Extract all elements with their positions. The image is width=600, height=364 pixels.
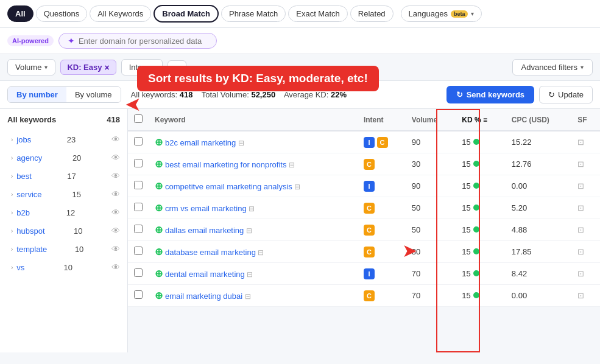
sf-cell[interactable]: ⊡ xyxy=(571,131,600,153)
row-checkbox-0[interactable] xyxy=(134,137,143,145)
volume-filter-button[interactable]: Volume ▾ xyxy=(7,59,55,75)
ai-domain-input[interactable] xyxy=(79,37,208,46)
eye-template-icon[interactable]: 👁 xyxy=(111,244,120,254)
extra-filter-button[interactable]: ▾ xyxy=(168,60,186,74)
tab-questions[interactable]: Questions xyxy=(36,5,88,22)
add-keyword-icon[interactable]: ⊕ xyxy=(155,203,163,213)
sf-link-icon[interactable]: ⊡ xyxy=(577,247,584,256)
add-keyword-icon[interactable]: ⊕ xyxy=(155,290,163,301)
stats-all-keywords-label: All keywords: xyxy=(131,90,178,99)
keyword-cell[interactable]: ⊕email marketing dubai ⊟ xyxy=(149,285,358,307)
sf-cell[interactable]: ⊡ xyxy=(571,175,600,197)
sidebar-item-template[interactable]: › template 10 👁 xyxy=(0,240,127,258)
sf-link-icon[interactable]: ⊡ xyxy=(577,225,584,234)
sidebar-item-vs[interactable]: › vs 10 👁 xyxy=(0,258,127,276)
add-keyword-icon[interactable]: ⊕ xyxy=(155,159,163,169)
keyword-cell[interactable]: ⊕dallas email marketing ⊟ xyxy=(149,219,358,241)
sidebar-item-agency[interactable]: › agency 20 👁 xyxy=(0,149,127,167)
eye-vs-icon[interactable]: 👁 xyxy=(111,262,120,272)
keyword-link-icon[interactable]: ⊟ xyxy=(258,248,264,257)
tab-phrase-match[interactable]: Phrase Match xyxy=(221,5,286,22)
sf-link-icon[interactable]: ⊡ xyxy=(577,138,584,147)
sidebar-agency-count: 20 xyxy=(72,153,81,163)
tab-exact-match[interactable]: Exact Match xyxy=(288,5,348,22)
row-checkbox-7[interactable] xyxy=(134,290,143,299)
th-keyword: Keyword xyxy=(149,109,358,131)
th-checkbox xyxy=(128,109,149,131)
keyword-cell[interactable]: ⊕dental email marketing ⊟ xyxy=(149,263,358,285)
tab-broad-match[interactable]: Broad Match xyxy=(154,5,219,23)
intent-badge-C: C xyxy=(364,247,375,257)
sf-link-icon[interactable]: ⊡ xyxy=(577,291,584,300)
sf-link-icon[interactable]: ⊡ xyxy=(577,203,584,212)
sidebar-chevron-hubspot: › xyxy=(11,228,13,234)
row-checkbox-3[interactable] xyxy=(134,203,143,211)
row-checkbox-4[interactable] xyxy=(134,225,143,233)
eye-b2b-icon[interactable]: 👁 xyxy=(111,208,120,217)
intent-badge-C: C xyxy=(364,290,375,301)
language-dropdown[interactable]: Languages beta ▾ xyxy=(401,5,482,22)
tab-related[interactable]: Related xyxy=(350,5,394,22)
tab-all[interactable]: All xyxy=(7,5,34,22)
table-row: ⊕crm vs email marketing ⊟C 50155.20⊡ xyxy=(128,197,600,219)
keyword-cell[interactable]: ⊕database email marketing ⊟ xyxy=(149,241,358,263)
keyword-link-icon[interactable]: ⊟ xyxy=(294,183,300,191)
row-checkbox-6[interactable] xyxy=(134,268,143,277)
cpc-cell: 5.20 xyxy=(506,197,571,219)
ai-domain-input-wrap[interactable]: ✦ xyxy=(58,33,217,49)
eye-service-icon[interactable]: 👁 xyxy=(111,189,120,199)
sf-cell[interactable]: ⊡ xyxy=(571,263,600,285)
sf-cell[interactable]: ⊡ xyxy=(571,219,600,241)
eye-agency-icon[interactable]: 👁 xyxy=(111,153,120,163)
th-kd[interactable]: KD % ≡ xyxy=(456,109,506,131)
advanced-filters-button[interactable]: Advanced filters ▾ xyxy=(512,59,593,75)
intent-filter-button[interactable]: Inte... ▾ xyxy=(121,59,163,75)
eye-jobs-icon[interactable]: 👁 xyxy=(111,135,120,144)
keyword-link-icon[interactable]: ⊟ xyxy=(238,139,244,147)
send-keywords-button[interactable]: ↻ Send keywords xyxy=(446,86,534,103)
row-checkbox-2[interactable] xyxy=(134,181,143,189)
sidebar-item-hubspot[interactable]: › hubspot 10 👁 xyxy=(0,222,127,240)
keyword-link-icon[interactable]: ⊟ xyxy=(249,205,255,213)
sidebar-item-jobs[interactable]: › jobs 23 👁 xyxy=(0,130,127,149)
keyword-cell[interactable]: ⊕crm vs email marketing ⊟ xyxy=(149,197,358,219)
sidebar: All keywords 418 › jobs 23 👁 › agency 20… xyxy=(0,109,128,352)
sidebar-item-b2b[interactable]: › b2b 12 👁 xyxy=(0,203,127,222)
keyword-cell[interactable]: ⊕best email marketing for nonprofits ⊟ xyxy=(149,153,358,175)
kd-dot-icon xyxy=(473,183,479,189)
keyword-link-icon[interactable]: ⊟ xyxy=(246,226,252,235)
keyword-cell[interactable]: ⊕b2c email marketing ⊟ xyxy=(149,131,358,153)
sf-link-icon[interactable]: ⊡ xyxy=(577,269,584,278)
sidebar-item-best[interactable]: › best 17 👁 xyxy=(0,167,127,185)
add-keyword-icon[interactable]: ⊕ xyxy=(155,181,163,191)
by-volume-button[interactable]: By volume xyxy=(66,87,121,102)
add-keyword-icon[interactable]: ⊕ xyxy=(155,225,163,235)
keyword-link-icon[interactable]: ⊟ xyxy=(247,270,253,279)
keyword-cell[interactable]: ⊕competitve email marketing analysis ⊟ xyxy=(149,175,358,197)
row-checkbox-5[interactable] xyxy=(134,247,143,255)
add-keyword-icon[interactable]: ⊕ xyxy=(155,268,163,279)
sidebar-chevron-vs: › xyxy=(11,264,13,271)
kd-cell: 15 xyxy=(456,219,506,241)
kd-filter-remove-button[interactable]: × xyxy=(104,63,109,72)
keyword-link-icon[interactable]: ⊟ xyxy=(245,292,251,301)
keyword-link-icon[interactable]: ⊟ xyxy=(289,161,295,169)
eye-hubspot-icon[interactable]: 👁 xyxy=(111,226,120,236)
tab-all-keywords[interactable]: All Keywords xyxy=(90,5,151,22)
row-checkbox-1[interactable] xyxy=(134,159,143,167)
kd-cell: 15 xyxy=(456,241,506,263)
add-keyword-icon[interactable]: ⊕ xyxy=(155,247,163,257)
sidebar-item-service[interactable]: › service 15 👁 xyxy=(0,185,127,203)
select-all-checkbox[interactable] xyxy=(134,114,143,123)
add-keyword-icon[interactable]: ⊕ xyxy=(155,137,163,147)
sf-cell[interactable]: ⊡ xyxy=(571,197,600,219)
sf-link-icon[interactable]: ⊡ xyxy=(577,181,584,191)
sf-cell[interactable]: ⊡ xyxy=(571,285,600,307)
sf-cell[interactable]: ⊡ xyxy=(571,153,600,175)
th-cpc: CPC (USD) xyxy=(506,109,571,131)
update-button[interactable]: ↻ Update xyxy=(539,86,593,103)
sf-link-icon[interactable]: ⊡ xyxy=(577,159,584,169)
by-number-button[interactable]: By number xyxy=(8,87,66,102)
sf-cell[interactable]: ⊡ xyxy=(571,241,600,263)
eye-best-icon[interactable]: 👁 xyxy=(111,171,120,181)
